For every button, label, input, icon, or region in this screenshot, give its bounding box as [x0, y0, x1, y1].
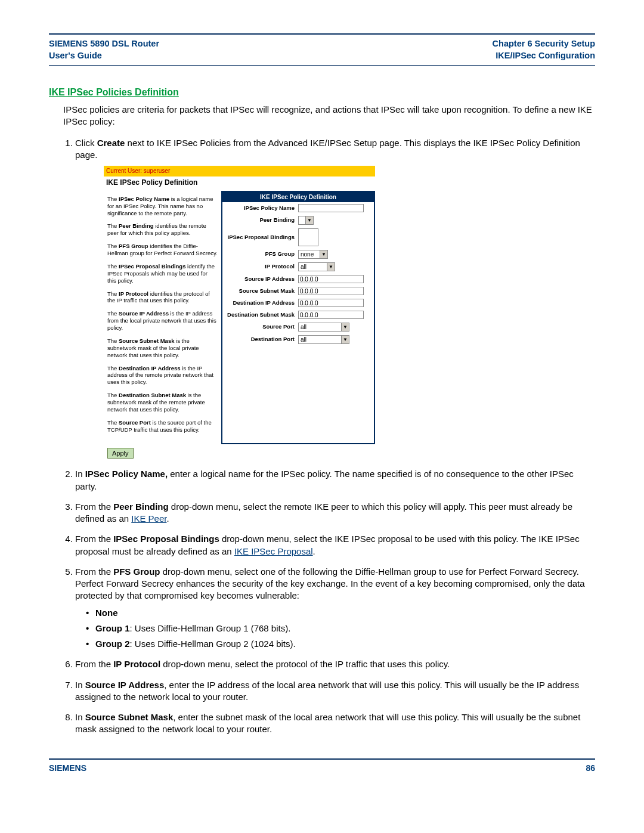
step-list: Click Create next to IKE IPSec Policies … [63, 137, 595, 736]
footer-brand: SIEMENS [49, 763, 86, 773]
header-left-1: SIEMENS 5890 DSL Router [49, 38, 159, 50]
intro-paragraph: IPSec policies are criteria for packets … [63, 104, 595, 128]
footer-page-number: 86 [586, 763, 595, 773]
step-7: In Source IP Address, enter the IP addre… [75, 679, 595, 704]
step-6: From the IP Protocol drop-down menu, sel… [75, 658, 595, 670]
peer-binding-select[interactable]: ▼ [298, 216, 314, 225]
chevron-down-icon: ▼ [320, 250, 327, 258]
page-header: SIEMENS 5890 DSL Router User's Guide Cha… [49, 38, 595, 61]
header-left-2: User's Guide [49, 50, 159, 62]
source-port-select[interactable]: all▼ [298, 323, 349, 332]
form-panel: IKE IPSec Policy Definition IPSec Policy… [221, 191, 375, 444]
source-mask-input[interactable]: 0.0.0.0 [298, 287, 364, 295]
policy-definition-screenshot: Current User: superuser IKE IPSec Policy… [104, 166, 375, 459]
step-3: From the Peer Binding drop-down menu, se… [75, 501, 595, 525]
pfs-group-select[interactable]: none▼ [298, 250, 328, 259]
step-5: From the PFS Group drop-down menu, selec… [75, 566, 595, 651]
ike-peer-link[interactable]: IKE Peer [131, 513, 166, 524]
apply-button[interactable]: Apply [107, 448, 134, 459]
proposal-bindings-list[interactable] [298, 228, 318, 246]
chevron-down-icon: ▼ [327, 263, 335, 271]
chevron-down-icon: ▼ [341, 336, 349, 343]
page-footer: SIEMENS 86 [49, 763, 595, 773]
bullet-group2: Group 2: Uses Diffie-Hellman Group 2 (10… [86, 638, 595, 650]
ip-protocol-select[interactable]: all▼ [298, 262, 335, 271]
source-ip-input[interactable]: 0.0.0.0 [298, 275, 364, 283]
step-1: Click Create next to IKE IPSec Policies … [75, 137, 595, 459]
section-title: IKE IPSec Policies Definition [49, 87, 595, 98]
ike-ipsec-proposal-link[interactable]: IKE IPSec Proposal [234, 546, 313, 556]
dest-port-select[interactable]: all▼ [298, 335, 349, 344]
help-text-column: The IPSec Policy Name is a logical name … [104, 191, 221, 444]
chevron-down-icon: ▼ [305, 216, 313, 224]
step-8: In Source Subnet Mask, enter the subnet … [75, 711, 595, 736]
dest-mask-input[interactable]: 0.0.0.0 [298, 311, 364, 319]
panel-title: IKE IPSec Policy Definition [104, 176, 375, 191]
current-user-bar: Current User: superuser [104, 166, 375, 176]
ipsec-policy-name-input[interactable] [298, 204, 364, 212]
bullet-group1: Group 1: Uses Diffie-Hellman Group 1 (76… [86, 623, 595, 634]
step-4: From the IPSec Proposal Bindings drop-do… [75, 533, 595, 558]
step-2: In IPSec Policy Name, enter a logical na… [75, 468, 595, 493]
form-panel-header: IKE IPSec Policy Definition [222, 192, 374, 203]
chevron-down-icon: ▼ [341, 323, 349, 331]
header-right-1: Chapter 6 Security Setup [493, 38, 595, 50]
bullet-none: None [86, 607, 595, 619]
dest-ip-input[interactable]: 0.0.0.0 [298, 299, 364, 307]
header-right-2: IKE/IPSec Configuration [493, 50, 595, 62]
